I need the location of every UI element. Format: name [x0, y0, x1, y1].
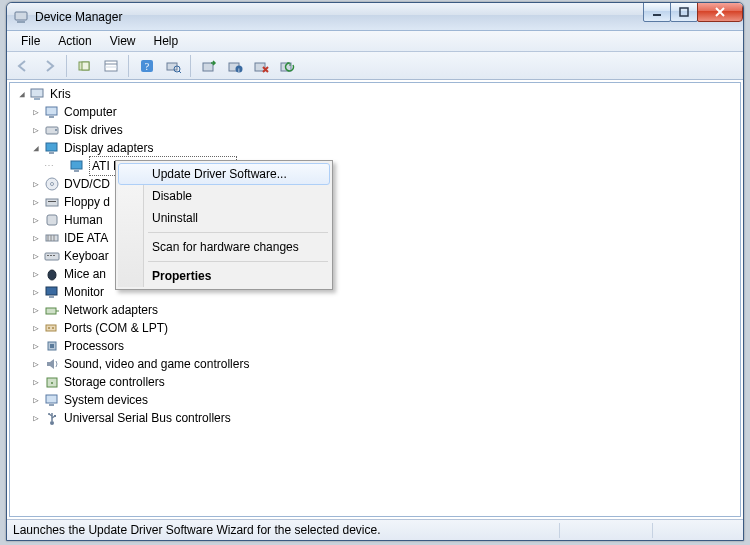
- enable-button[interactable]: [275, 55, 299, 77]
- ctx-uninstall[interactable]: Uninstall: [118, 207, 330, 229]
- tree-item-usb[interactable]: ▷ Universal Serial Bus controllers: [30, 409, 740, 427]
- close-button[interactable]: [697, 2, 743, 22]
- dvd-icon: [44, 176, 60, 192]
- svg-rect-23: [49, 116, 54, 118]
- svg-rect-0: [15, 12, 27, 20]
- svg-rect-52: [50, 344, 54, 348]
- tree-item-computer[interactable]: ▷ Computer: [30, 103, 740, 121]
- svg-rect-34: [47, 215, 57, 225]
- svg-rect-22: [46, 107, 57, 115]
- svg-point-57: [50, 421, 54, 425]
- svg-rect-42: [53, 255, 55, 256]
- svg-rect-2: [653, 14, 661, 16]
- svg-rect-28: [71, 161, 82, 169]
- svg-rect-56: [49, 404, 54, 406]
- svg-rect-40: [47, 255, 49, 256]
- tree-root-label: Kris: [50, 85, 71, 103]
- tree-item-display-adapters[interactable]: ◢ Display adapters: [30, 139, 740, 157]
- display-icon: [44, 140, 60, 156]
- expand-icon[interactable]: ▷: [30, 229, 42, 247]
- svg-rect-6: [105, 61, 117, 71]
- floppy-icon: [44, 194, 60, 210]
- display-icon: [69, 158, 85, 174]
- tree-root[interactable]: ◢ Kris: [16, 85, 740, 103]
- svg-rect-45: [49, 296, 54, 298]
- computer-icon: [44, 104, 60, 120]
- ctx-scan-hardware[interactable]: Scan for hardware changes: [118, 236, 330, 258]
- scan-hardware-button[interactable]: [161, 55, 185, 77]
- collapse-icon[interactable]: ◢: [30, 139, 42, 157]
- toolbar-separator: [190, 55, 192, 77]
- tree-item-processors[interactable]: ▷ Processors: [30, 337, 740, 355]
- expand-icon[interactable]: ▷: [30, 409, 42, 427]
- svg-rect-60: [54, 415, 56, 417]
- tree-pane: ◢ Kris ▷ Computer ▷ Disk drives ◢: [9, 82, 741, 517]
- update-driver-button[interactable]: [197, 55, 221, 77]
- expand-icon[interactable]: ▷: [30, 319, 42, 337]
- expand-icon[interactable]: ▷: [30, 211, 42, 229]
- svg-text:?: ?: [145, 61, 150, 72]
- svg-rect-48: [46, 325, 56, 331]
- expand-icon[interactable]: ▷: [30, 337, 42, 355]
- expand-icon[interactable]: ▷: [30, 103, 42, 121]
- svg-point-31: [51, 183, 54, 186]
- ctx-properties[interactable]: Properties: [118, 265, 330, 287]
- tree-item-system[interactable]: ▷ System devices: [30, 391, 740, 409]
- show-hidden-button[interactable]: [73, 55, 97, 77]
- collapse-icon[interactable]: ◢: [16, 85, 28, 103]
- system-icon: [44, 392, 60, 408]
- keyboard-icon: [44, 248, 60, 264]
- titlebar[interactable]: Device Manager: [7, 3, 743, 31]
- tree-line: ⋯: [44, 157, 55, 175]
- svg-point-25: [55, 129, 57, 131]
- toolbar-separator: [128, 55, 130, 77]
- expand-icon[interactable]: ▷: [30, 175, 42, 193]
- toolbar-separator: [66, 55, 68, 77]
- menu-view[interactable]: View: [102, 32, 144, 50]
- svg-rect-33: [48, 201, 56, 202]
- expand-icon[interactable]: ▷: [30, 301, 42, 319]
- svg-point-49: [48, 327, 50, 329]
- ctx-update-driver[interactable]: Update Driver Software...: [118, 163, 330, 185]
- expand-icon[interactable]: ▷: [30, 355, 42, 373]
- ctx-disable[interactable]: Disable: [118, 185, 330, 207]
- expand-icon[interactable]: ▷: [30, 193, 42, 211]
- menu-file[interactable]: File: [13, 32, 48, 50]
- expand-icon[interactable]: ▷: [30, 373, 42, 391]
- properties-pane-button[interactable]: [99, 55, 123, 77]
- expand-icon[interactable]: ▷: [30, 265, 42, 283]
- context-menu: Update Driver Software... Disable Uninst…: [115, 160, 333, 290]
- storage-icon: [44, 374, 60, 390]
- expand-icon[interactable]: ▷: [30, 121, 42, 139]
- back-button[interactable]: [11, 55, 35, 77]
- tree-item-ports[interactable]: ▷ Ports (COM & LPT): [30, 319, 740, 337]
- statusbar: Launches the Update Driver Software Wiza…: [7, 519, 743, 540]
- svg-point-43: [48, 270, 56, 280]
- svg-line-13: [179, 71, 181, 73]
- expand-icon[interactable]: ▷: [30, 247, 42, 265]
- uninstall-button[interactable]: i: [223, 55, 247, 77]
- minimize-button[interactable]: [643, 2, 671, 22]
- expand-icon[interactable]: ▷: [30, 283, 42, 301]
- mouse-icon: [44, 266, 60, 282]
- svg-rect-3: [680, 8, 688, 16]
- tree-item-sound[interactable]: ▷ Sound, video and game controllers: [30, 355, 740, 373]
- disable-button[interactable]: [249, 55, 273, 77]
- svg-rect-44: [46, 287, 57, 295]
- app-icon: [13, 9, 29, 25]
- maximize-button[interactable]: [670, 2, 698, 22]
- help-button[interactable]: ?: [135, 55, 159, 77]
- tree-item-network[interactable]: ▷ Network adapters: [30, 301, 740, 319]
- menu-help[interactable]: Help: [146, 32, 187, 50]
- svg-rect-41: [50, 255, 52, 256]
- tree-item-storage[interactable]: ▷ Storage controllers: [30, 373, 740, 391]
- svg-point-50: [52, 327, 54, 329]
- menu-action[interactable]: Action: [50, 32, 99, 50]
- forward-button[interactable]: [37, 55, 61, 77]
- svg-rect-39: [45, 253, 59, 260]
- tree-item-disk-drives[interactable]: ▷ Disk drives: [30, 121, 740, 139]
- cpu-icon: [44, 338, 60, 354]
- svg-rect-20: [31, 89, 43, 97]
- sound-icon: [44, 356, 60, 372]
- expand-icon[interactable]: ▷: [30, 391, 42, 409]
